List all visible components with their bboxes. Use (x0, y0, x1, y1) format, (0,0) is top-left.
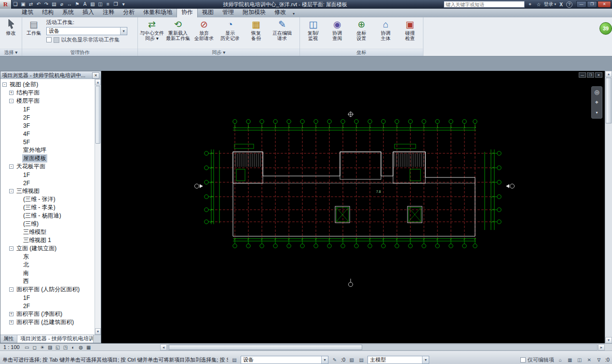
copy-monitor-button[interactable]: ◫ 复制/ 监视 (301, 18, 325, 48)
tree-item[interactable]: (三维 - 李杲) (0, 203, 95, 212)
hscroll-left-icon[interactable]: ◂ (160, 344, 167, 351)
tree-expander-icon[interactable]: + (9, 312, 14, 316)
scrollbar-thumb[interactable] (95, 86, 100, 144)
minimize-button[interactable]: — (576, 1, 586, 8)
checkbox-icon[interactable] (520, 357, 526, 363)
temporary-hide-isolate-icon[interactable]: ◐ (69, 345, 77, 350)
tree-item[interactable]: 1F (0, 171, 95, 179)
scrollbar-thumb[interactable] (606, 78, 612, 123)
search-icon[interactable]: ⌖ (526, 1, 533, 7)
tab-annotate[interactable]: 注释 (98, 7, 119, 17)
tab-structure[interactable]: 结构 (38, 7, 58, 17)
filter-icon[interactable]: ∇ (596, 357, 602, 363)
tree-item[interactable]: (三维 - 张洋) (0, 195, 95, 203)
sun-path-icon[interactable]: ☀ (39, 345, 46, 350)
save-icon[interactable]: ▣ (19, 0, 27, 9)
tab-modify[interactable]: 修改 (270, 7, 290, 17)
tree-expander-icon[interactable]: + (9, 91, 14, 95)
synchronize-panel-label[interactable]: 同步 ▾ (138, 49, 299, 56)
relinquish-all-button[interactable]: ⊘ 放弃 全部请求 (191, 18, 217, 48)
press-drag-icon[interactable]: ▦ (567, 357, 573, 363)
design-option-dropdown[interactable]: 主模型 (367, 356, 429, 364)
tab-view[interactable]: 视图 (198, 7, 218, 17)
tree-item[interactable]: -面积平面 (人防分区面积) (0, 285, 95, 294)
active-option-icon[interactable]: ▤ (358, 357, 365, 363)
reconcile-hosting-button[interactable]: ⌂ 协调 主体 (374, 18, 398, 48)
tree-item[interactable]: +面积平面 (净面积) (0, 310, 95, 318)
tree-expander-icon[interactable]: - (9, 164, 14, 169)
restore-backup-button[interactable]: ▦ 恢复 备份 (243, 18, 269, 48)
close-icon[interactable]: ✕ (92, 72, 99, 79)
editing-requests-button[interactable]: ✎ 正在编辑 请求 (269, 18, 295, 48)
scroll-up-icon[interactable]: ▲ (605, 71, 612, 77)
tab-massing-site[interactable]: 体量和场地 (139, 7, 177, 17)
tab-properties[interactable]: 属性 (0, 335, 17, 343)
tab-analyze[interactable]: 分析 (119, 7, 139, 17)
view-minimize-icon[interactable]: — (579, 72, 586, 78)
nav-options-chevron-icon[interactable]: ▾ (593, 108, 601, 117)
tree-item[interactable]: -视图 (全部) (0, 81, 95, 89)
view-scale-button[interactable]: 1 : 100 (0, 344, 23, 350)
tree-item[interactable]: 4F (0, 130, 95, 138)
switch-windows-icon[interactable]: ❐ (112, 0, 120, 9)
scrollbar-thumb[interactable] (169, 345, 362, 350)
drawing-area[interactable]: 7.8 — ❐ ✕ ◎ ⌖ ▾ ▲ ▼ (101, 71, 612, 343)
ribbon-state-toggle-icon[interactable]: ▾ (290, 12, 297, 17)
zoom-icon[interactable]: ⌖ (593, 98, 601, 107)
coordination-review-button[interactable]: ◉ 协调 查阅 (325, 18, 349, 48)
tree-expander-icon[interactable]: - (9, 99, 14, 103)
editable-only-checkbox[interactable]: 仅可编辑项 (520, 356, 554, 364)
open-icon[interactable]: ❏ (12, 0, 19, 9)
tab-project-browser[interactable]: 项目浏览器 - 技师学院机电培训... (17, 335, 94, 343)
scroll-down-icon[interactable]: ▼ (95, 328, 101, 335)
tree-item[interactable]: 5F (0, 138, 95, 146)
active-workset-dropdown[interactable]: 设备 (46, 27, 127, 35)
search-input[interactable] (444, 1, 525, 8)
chevron-down-icon[interactable] (422, 356, 429, 364)
tree-item[interactable]: 北 (0, 261, 95, 269)
tab-addins[interactable]: 附加模块 (238, 7, 270, 17)
tree-item[interactable]: 西 (0, 277, 95, 285)
tree-item[interactable]: 室外地坪 (0, 146, 95, 154)
visual-style-icon[interactable]: ◻ (31, 345, 39, 350)
shadows-icon[interactable]: ▨ (46, 345, 54, 350)
tab-insert[interactable]: 插入 (78, 7, 98, 17)
modify-button[interactable]: 修改 (1, 18, 21, 48)
tree-item[interactable]: 屋面楼板 (0, 154, 95, 162)
dimension-icon[interactable]: ↔ (66, 0, 73, 9)
tree-item[interactable]: 2F (0, 179, 95, 187)
tag-icon[interactable]: ⚑ (73, 0, 81, 9)
thin-lines-icon[interactable]: ≡ (104, 0, 112, 9)
hscroll-right-icon[interactable]: ▸ (598, 344, 605, 351)
tree-item[interactable]: 三维视图 1 (0, 236, 95, 244)
favorites-star-icon[interactable]: ☆ (535, 2, 542, 7)
manage-collaboration-panel-label[interactable]: 管理协作 (22, 49, 137, 56)
exclude-options-icon[interactable]: ⌂ (557, 357, 564, 363)
tree-item[interactable]: 1F (0, 105, 95, 113)
chevron-down-icon[interactable] (120, 27, 127, 35)
tree-item[interactable]: 1F (0, 294, 95, 302)
tree-expander-icon[interactable]: - (9, 246, 14, 251)
reload-latest-button[interactable]: ⟲ 重新载入 最新工作集 (165, 18, 191, 48)
vertical-scrollbar[interactable]: ▲ ▼ (605, 71, 612, 343)
restore-button[interactable]: ❐ (587, 1, 597, 8)
design-options-icon[interactable]: ▧ (348, 357, 355, 363)
select-pinned-icon[interactable]: ✕ (586, 357, 593, 363)
communication-center-badge[interactable]: 39 (599, 22, 612, 35)
exchange-apps-icon[interactable]: X (558, 2, 565, 7)
project-browser-title-bar[interactable]: 项目浏览器 - 技师学院机电培训中... ✕ (0, 71, 101, 79)
checkbox-icon[interactable] (46, 37, 52, 42)
interference-check-button[interactable]: ▣ 碰撞 检查 (398, 18, 422, 48)
sign-in-button[interactable]: 登录▾ (544, 1, 556, 8)
scroll-down-icon[interactable]: ▼ (605, 337, 612, 343)
sync-icon[interactable]: ⇄ (27, 0, 35, 9)
close-button[interactable]: ✕ (598, 1, 611, 8)
tree-item[interactable]: -楼层平面 (0, 97, 95, 105)
worksharing-display-icon[interactable]: ▦ (85, 345, 93, 350)
select-panel-label[interactable]: 选择 ▾ (0, 49, 22, 56)
worksets-button[interactable]: ▤ 工作集 (23, 18, 44, 48)
view-close-icon[interactable]: ✕ (595, 72, 602, 78)
tree-item[interactable]: -天花板平面 (0, 162, 95, 171)
tree-item[interactable]: 东 (0, 253, 95, 261)
show-history-button[interactable]: ◔ 显示 历史记录 (217, 18, 243, 48)
